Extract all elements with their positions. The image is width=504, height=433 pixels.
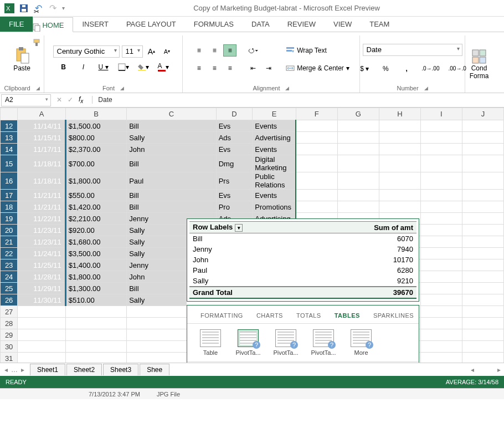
col-header-H[interactable]: H: [379, 108, 420, 120]
cell[interactable]: Bill: [127, 155, 217, 172]
number-dialog-launcher[interactable]: ◢: [424, 85, 428, 91]
lens-tab-totals[interactable]: TOTALS: [290, 311, 328, 320]
cell[interactable]: Paul: [127, 172, 217, 190]
row-header[interactable]: 15: [1, 155, 18, 172]
table-row[interactable]: 16 11/18/11 $1,800.00 Paul Prs Public Re…: [1, 172, 504, 190]
lens-tab-sparklines[interactable]: SPARKLINES: [367, 311, 420, 320]
lens-tab-tables[interactable]: TABLES: [328, 311, 367, 320]
cell[interactable]: Bill: [127, 190, 217, 201]
cell[interactable]: $550.00: [65, 190, 126, 201]
sheet-nav-prev[interactable]: …: [11, 366, 18, 374]
align-left-icon[interactable]: ≡: [192, 62, 205, 74]
cell[interactable]: Prs: [216, 172, 253, 190]
orientation-icon[interactable]: ⭯▾: [246, 44, 260, 57]
cell[interactable]: John: [127, 144, 217, 155]
row-header[interactable]: 23: [1, 259, 18, 271]
cell[interactable]: $2,370.00: [65, 144, 126, 155]
sheet-tab[interactable]: Shee: [140, 364, 169, 375]
cell[interactable]: [296, 172, 337, 190]
lens-tab-charts[interactable]: CHARTS: [250, 311, 290, 320]
align-bottom-icon[interactable]: ≡: [223, 44, 236, 57]
cell[interactable]: Events: [253, 144, 296, 155]
cell[interactable]: 11/18/11: [18, 172, 65, 190]
decrease-indent-icon[interactable]: ⇤: [246, 62, 260, 74]
font-face-select[interactable]: Century Gothic: [53, 45, 120, 58]
alignment-dialog-launcher[interactable]: ◢: [285, 85, 289, 91]
cell[interactable]: Events: [253, 120, 296, 132]
hscroll-left[interactable]: ◂: [467, 366, 477, 374]
decrease-font-icon[interactable]: A▾: [161, 45, 174, 58]
row-header[interactable]: 12: [1, 120, 18, 132]
row-header[interactable]: 18: [1, 201, 18, 213]
cell[interactable]: $1,800.00: [65, 271, 126, 283]
merge-center-button[interactable]: Merge & Center ▾: [285, 62, 350, 74]
cell[interactable]: $1,500.00: [65, 120, 126, 132]
tab-view[interactable]: VIEW: [325, 17, 361, 32]
tab-data[interactable]: DATA: [243, 17, 279, 32]
cell[interactable]: Ads: [216, 132, 253, 144]
table-row[interactable]: 18 11/21/11 $1,420.00 Bill Pro Promotion…: [1, 201, 504, 213]
formula-bar-value[interactable]: Date: [92, 96, 112, 104]
cell[interactable]: [296, 132, 337, 144]
row-header[interactable]: 19: [1, 213, 18, 225]
comma-format-button[interactable]: ,: [400, 63, 413, 75]
cell[interactable]: 11/23/11: [18, 225, 65, 236]
cancel-icon[interactable]: ✕: [56, 96, 62, 104]
cell[interactable]: Bill: [127, 120, 217, 132]
cell[interactable]: 11/28/11: [18, 271, 65, 283]
table-row[interactable]: 15 11/18/11 $700.00 Bill Dmg Digital Mar…: [1, 155, 504, 172]
col-header-G[interactable]: G: [337, 108, 379, 120]
enter-icon[interactable]: ✓: [68, 96, 73, 104]
cell[interactable]: [296, 144, 337, 155]
cell[interactable]: [296, 155, 337, 172]
bold-button[interactable]: B: [57, 61, 70, 73]
col-header-E[interactable]: E: [253, 108, 296, 120]
cell[interactable]: [296, 120, 337, 132]
name-box[interactable]: A2: [1, 94, 51, 106]
lens-item[interactable]: ?PivotTa...: [307, 329, 340, 356]
cell[interactable]: $1,680.00: [65, 236, 126, 248]
copy-icon[interactable]: [30, 21, 43, 33]
cell[interactable]: Digital Marketing: [253, 155, 296, 172]
cell[interactable]: $3,500.00: [65, 248, 126, 259]
cell[interactable]: $1,300.00: [65, 283, 126, 294]
col-header-B[interactable]: B: [65, 108, 126, 120]
row-header[interactable]: 16: [1, 172, 18, 190]
cell[interactable]: 11/15/11: [18, 132, 65, 144]
cell[interactable]: 11/17/11: [18, 144, 65, 155]
cell[interactable]: Evs: [216, 144, 253, 155]
row-header[interactable]: 20: [1, 225, 18, 236]
sheet-tab[interactable]: Sheet3: [103, 364, 138, 375]
lens-item[interactable]: ?PivotTa...: [232, 329, 265, 356]
tab-review[interactable]: REVIEW: [279, 17, 325, 32]
align-top-icon[interactable]: ≡: [192, 44, 205, 57]
cell[interactable]: 11/23/11: [18, 236, 65, 248]
cell[interactable]: 11/25/11: [18, 259, 65, 271]
align-right-icon[interactable]: ≡: [223, 62, 236, 74]
table-row[interactable]: 12 11/14/11 $1,500.00 Bill Evs Events: [1, 120, 504, 132]
underline-button[interactable]: U ▾: [97, 61, 110, 73]
increase-font-icon[interactable]: A▴: [145, 45, 158, 58]
col-header-A[interactable]: A: [18, 108, 65, 120]
font-color-button[interactable]: A ▾: [157, 61, 170, 73]
save-icon[interactable]: [19, 3, 29, 13]
lens-item[interactable]: Table: [194, 329, 227, 356]
wrap-text-button[interactable]: Wrap Text: [285, 44, 327, 57]
table-row[interactable]: 14 11/17/11 $2,370.00 John Evs Events: [1, 144, 504, 155]
tab-insert[interactable]: INSERT: [73, 17, 117, 32]
cell[interactable]: $920.00: [65, 225, 126, 236]
tab-formulas[interactable]: FORMULAS: [185, 17, 243, 32]
cell[interactable]: [296, 201, 337, 213]
font-size-select[interactable]: 11: [122, 45, 143, 58]
sheet-nav-first[interactable]: ◂: [4, 366, 8, 374]
row-header[interactable]: 29: [1, 329, 18, 341]
col-header-D[interactable]: D: [216, 108, 253, 120]
col-header-J[interactable]: J: [462, 108, 503, 120]
row-header[interactable]: 13: [1, 132, 18, 144]
cond-format-button[interactable]: CondForma: [469, 48, 490, 80]
cell[interactable]: 11/30/11: [18, 294, 65, 306]
col-header-I[interactable]: I: [420, 108, 462, 120]
cell[interactable]: $1,800.00: [65, 172, 126, 190]
cell[interactable]: [296, 190, 337, 201]
cell[interactable]: Promotions: [253, 201, 296, 213]
